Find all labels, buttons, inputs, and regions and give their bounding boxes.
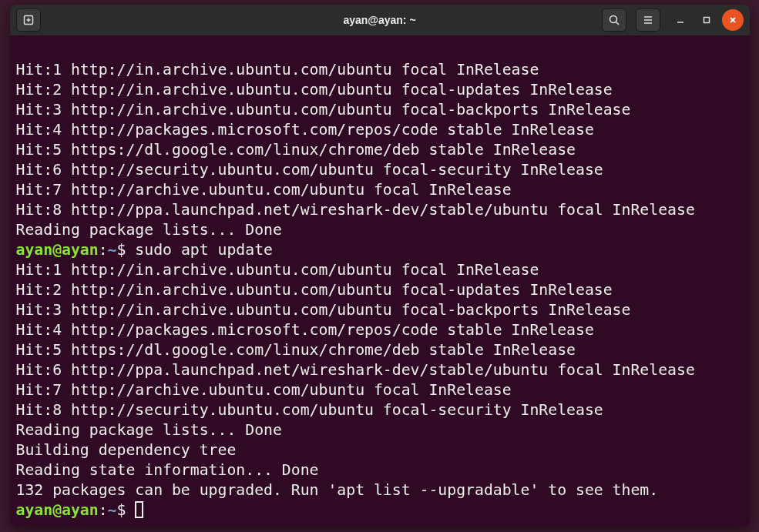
- svg-point-3: [610, 16, 616, 23]
- output-line: Hit:5 https://dl.google.com/linux/chrome…: [16, 340, 744, 360]
- output-line: Hit:8 http://security.ubuntu.com/ubuntu …: [16, 400, 744, 420]
- prompt-dollar: $: [117, 501, 136, 519]
- maximize-button[interactable]: [696, 9, 717, 31]
- output-line: Hit:5 https://dl.google.com/linux/chrome…: [16, 140, 744, 160]
- svg-rect-9: [704, 18, 709, 23]
- output-line: Reading package lists... Done: [16, 220, 744, 240]
- output-line: Hit:4 http://packages.microsoft.com/repo…: [16, 320, 744, 340]
- close-icon: [728, 15, 737, 25]
- output-line: 132 packages can be upgraded. Run 'apt l…: [16, 480, 744, 500]
- search-icon: [608, 14, 620, 26]
- output-line: Hit:6 http://security.ubuntu.com/ubuntu …: [16, 160, 744, 180]
- prompt-user-host: ayan@ayan: [16, 241, 99, 259]
- output-line: Hit:6 http://ppa.launchpad.net/wireshark…: [16, 360, 744, 380]
- terminal-content[interactable]: Hit:1 http://in.archive.ubuntu.com/ubunt…: [10, 35, 750, 527]
- svg-line-4: [616, 22, 619, 25]
- output-line: Reading package lists... Done: [16, 420, 744, 440]
- output-line: Hit:3 http://in.archive.ubuntu.com/ubunt…: [16, 100, 744, 120]
- output-line: Hit:7 http://archive.ubuntu.com/ubuntu f…: [16, 180, 744, 200]
- prompt-line: ayan@ayan:~$: [16, 500, 744, 520]
- command-text: sudo apt update: [135, 241, 273, 259]
- minimize-icon: [676, 15, 685, 25]
- prompt-dollar: $: [117, 241, 136, 259]
- new-tab-button[interactable]: [16, 8, 41, 32]
- output-line: Hit:2 http://in.archive.ubuntu.com/ubunt…: [16, 80, 744, 100]
- output-line: Hit:8 http://ppa.launchpad.net/wireshark…: [16, 200, 744, 220]
- output-line: Hit:2 http://in.archive.ubuntu.com/ubunt…: [16, 280, 744, 300]
- close-button[interactable]: [722, 9, 744, 31]
- cursor: [135, 501, 143, 518]
- prompt-user-host: ayan@ayan: [16, 501, 99, 519]
- output-line: Hit:1 http://in.archive.ubuntu.com/ubunt…: [16, 60, 744, 80]
- output-line: Hit:1 http://in.archive.ubuntu.com/ubunt…: [16, 260, 744, 280]
- prompt-colon: :: [99, 241, 108, 259]
- prompt-colon: :: [99, 501, 108, 519]
- prompt-path: ~: [108, 241, 117, 259]
- minimize-button[interactable]: [670, 9, 691, 31]
- new-tab-icon: [22, 14, 35, 26]
- menu-button[interactable]: [636, 8, 660, 32]
- titlebar-right: [602, 8, 744, 32]
- output-line: Hit:4 http://packages.microsoft.com/repo…: [16, 120, 744, 140]
- output-line: Reading state information... Done: [16, 460, 744, 480]
- prompt-path: ~: [108, 501, 117, 519]
- prompt-line: ayan@ayan:~$ sudo apt update: [16, 240, 744, 260]
- titlebar-left: [16, 8, 45, 32]
- output-line: Hit:3 http://in.archive.ubuntu.com/ubunt…: [16, 300, 744, 320]
- terminal-window: ayan@ayan: ~: [10, 5, 750, 527]
- window-title: ayan@ayan: ~: [343, 14, 415, 26]
- output-line: Hit:7 http://archive.ubuntu.com/ubuntu f…: [16, 380, 744, 400]
- hamburger-icon: [642, 14, 654, 26]
- maximize-icon: [702, 15, 711, 25]
- output-line: Building dependency tree: [16, 440, 744, 460]
- search-button[interactable]: [602, 8, 626, 32]
- titlebar: ayan@ayan: ~: [10, 5, 750, 35]
